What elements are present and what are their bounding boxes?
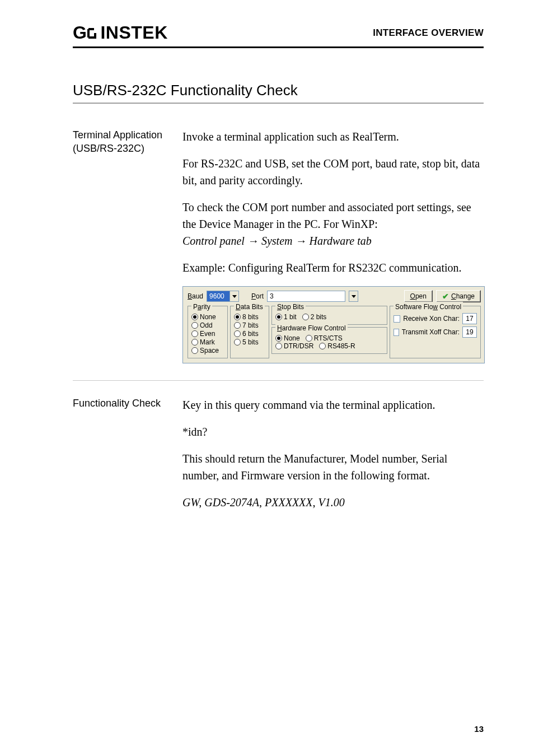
- parity-space[interactable]: Space: [191, 347, 224, 354]
- block1-p3b: Control panel → System → Hardware tab: [182, 235, 372, 247]
- swflow-legend: Software Flow Control: [394, 302, 463, 312]
- block2-p3: This should return the Manufacturer, Mod…: [182, 450, 484, 484]
- block1-label: Terminal Application (USB/RS-232C): [73, 128, 168, 363]
- databits-5[interactable]: 5 bits: [234, 338, 265, 346]
- parity-none[interactable]: None: [191, 313, 224, 321]
- brand-logo: G INSTEK: [73, 22, 168, 43]
- hwflow-none[interactable]: None: [275, 334, 300, 342]
- swflow-transmit-input[interactable]: 19: [462, 326, 477, 338]
- databits-group: Data Bits 8 bits 7 bits 6 bits 5 bits: [230, 306, 269, 358]
- change-button[interactable]: ✔ Change: [436, 290, 481, 302]
- block2-p4: GW, GDS-2074A, PXXXXXX, V1.00: [182, 494, 484, 511]
- block2-p1: Key in this query command via the termin…: [182, 396, 484, 413]
- port-input[interactable]: 3: [267, 291, 345, 302]
- databits-8[interactable]: 8 bits: [234, 313, 265, 321]
- hwflow-dtrdsr[interactable]: DTR/DSR: [275, 342, 313, 350]
- parity-odd[interactable]: Odd: [191, 321, 224, 329]
- block1-p1: Invoke a terminal application such as Re…: [182, 128, 485, 145]
- baud-value: 9600: [207, 291, 229, 301]
- dropdown-icon[interactable]: [229, 291, 238, 301]
- block1-p3: To check the COM port number and associa…: [182, 199, 485, 249]
- block1-p2: For RS-232C and USB, set the COM port, b…: [182, 155, 485, 189]
- stopbits-2[interactable]: 2 bits: [302, 313, 327, 321]
- block1-p3a: To check the COM port number and associa…: [182, 201, 471, 230]
- baud-label: Baud: [188, 291, 203, 301]
- port-label: Port: [251, 291, 264, 301]
- section-title: USB/RS-232C Functionality Check: [73, 82, 484, 99]
- hwflow-legend: Hardware Flow Control: [275, 323, 348, 333]
- databits-6[interactable]: 6 bits: [234, 330, 265, 338]
- hwflow-rs485[interactable]: RS485-R: [319, 342, 355, 350]
- stopbits-1[interactable]: 1 bit: [275, 313, 297, 321]
- realterm-panel: Baud 9600 Port 3 Open ✔ Change: [182, 286, 485, 363]
- brand-post: INSTEK: [100, 22, 167, 43]
- check-icon: ✔: [442, 292, 449, 300]
- brand-text: G INSTEK: [73, 22, 168, 43]
- header-section-title: INTERFACE OVERVIEW: [373, 27, 484, 39]
- page-number: 13: [474, 724, 484, 734]
- swflow-receive-input[interactable]: 17: [462, 313, 477, 324]
- port-dropdown[interactable]: [349, 291, 358, 302]
- dropdown-icon[interactable]: [349, 291, 358, 301]
- swflow-transmit-check[interactable]: [394, 329, 399, 336]
- brand-mark-icon: [87, 27, 99, 39]
- parity-group: Parity None Odd Even Mark Space: [188, 306, 228, 358]
- swflow-receive-label: Receive Xon Char:: [403, 314, 460, 324]
- swflow-transmit-label: Transmit Xoff Char:: [402, 327, 460, 337]
- baud-combo[interactable]: 9600: [207, 291, 239, 302]
- parity-mark[interactable]: Mark: [191, 338, 224, 346]
- databits-7[interactable]: 7 bits: [234, 321, 265, 329]
- swflow-group: Software Flow Control Receive Xon Char: …: [390, 306, 481, 358]
- swflow-receive-check[interactable]: [394, 315, 400, 323]
- block2-label: Functionality Check: [73, 396, 168, 511]
- open-label: Open: [410, 291, 427, 301]
- databits-legend: Data Bits: [234, 302, 265, 312]
- hwflow-rtscts[interactable]: RTS/CTS: [306, 334, 343, 342]
- stopbits-group: Stop Bits 1 bit 2 bits: [271, 306, 387, 325]
- page-header: G INSTEK INTERFACE OVERVIEW: [73, 22, 484, 48]
- parity-legend: Parity: [191, 302, 212, 312]
- open-button[interactable]: Open: [404, 290, 433, 302]
- block1-p4: Example: Configuring RealTerm for RS232C…: [182, 259, 485, 276]
- block2-p2: *idn?: [182, 423, 484, 440]
- hwflow-group: Hardware Flow Control None RTS/CTS DTR/D…: [271, 327, 387, 354]
- stopbits-legend: Stop Bits: [275, 302, 306, 312]
- parity-even[interactable]: Even: [191, 330, 224, 338]
- brand-pre: G: [73, 22, 87, 43]
- change-label: Change: [451, 291, 475, 301]
